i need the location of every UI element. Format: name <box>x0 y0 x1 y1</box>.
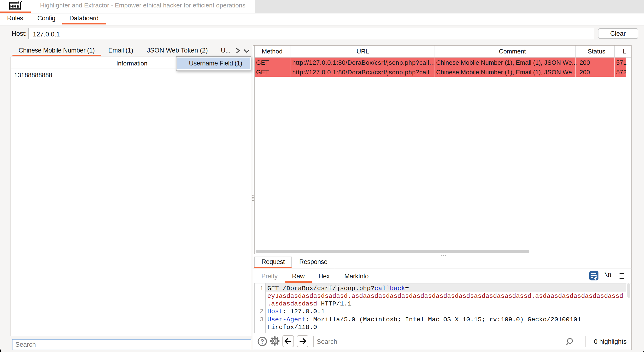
svg-text:?: ? <box>260 338 264 344</box>
